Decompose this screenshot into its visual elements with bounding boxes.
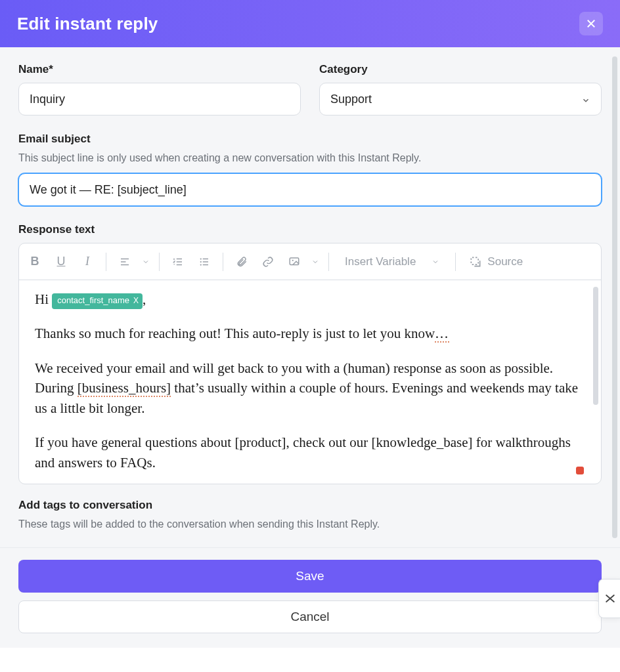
svg-rect-5 [472, 257, 479, 264]
toolbar-separator [106, 253, 106, 271]
attachment-button[interactable] [230, 250, 254, 274]
insert-variable-label: Insert Variable [345, 255, 416, 268]
svg-point-4 [292, 259, 294, 261]
close-icon [585, 18, 597, 30]
ordered-list-icon [172, 256, 184, 268]
toolbar-separator [455, 253, 456, 271]
image-button[interactable] [282, 250, 306, 274]
toolbar-separator [328, 253, 329, 271]
grammarly-icon[interactable] [576, 467, 584, 474]
align-dropdown[interactable] [139, 250, 152, 274]
variable-chip[interactable]: contact_first_nameX [52, 293, 143, 309]
subject-label: Email subject [18, 133, 602, 146]
category-label: Category [319, 63, 602, 76]
tags-helper: These tags will be added to the conversa… [18, 518, 602, 530]
unordered-list-icon [198, 256, 210, 268]
underline-button[interactable]: U [49, 250, 73, 274]
help-widget-icon[interactable] [598, 579, 620, 618]
link-button[interactable] [256, 250, 280, 274]
subject-input[interactable] [18, 173, 602, 206]
source-label: Source [487, 255, 523, 268]
save-button[interactable]: Save [18, 560, 602, 593]
italic-button[interactable]: I [76, 250, 99, 274]
source-button[interactable]: Source [462, 250, 529, 274]
category-select[interactable]: Support [319, 83, 602, 116]
name-input[interactable] [18, 83, 301, 116]
image-icon [288, 256, 300, 268]
modal-header: Edit instant reply [0, 0, 620, 47]
ordered-list-button[interactable] [166, 250, 190, 274]
modal-footer: Save Cancel [0, 547, 620, 648]
editor-toolbar: B U I [19, 243, 601, 280]
align-icon [119, 256, 131, 268]
chevron-down-icon [311, 258, 319, 266]
svg-point-2 [200, 264, 202, 265]
svg-point-0 [200, 258, 202, 259]
italic-icon: I [85, 255, 89, 268]
editor-text: If you have general questions about [pro… [35, 432, 585, 472]
editor-scrollbar[interactable] [593, 287, 598, 405]
unordered-list-button[interactable] [192, 250, 216, 274]
editor-text: , [143, 291, 146, 307]
category-value: Support [330, 93, 372, 106]
variable-chip-label: contact_first_name [57, 295, 129, 307]
variable-chip-remove-icon[interactable]: X [133, 295, 139, 306]
chevron-down-icon [142, 258, 150, 266]
close-button[interactable] [579, 12, 603, 35]
toolbar-separator [159, 253, 160, 271]
editor-text: Hi [35, 291, 52, 307]
link-icon [262, 256, 274, 268]
editor-content[interactable]: Hi contact_first_nameX, Thanks so much f… [19, 280, 601, 484]
editor-text: … [435, 326, 449, 343]
image-dropdown[interactable] [309, 250, 322, 274]
toolbar-separator [223, 253, 223, 271]
insert-variable-dropdown[interactable]: Insert Variable [336, 250, 449, 274]
response-label: Response text [18, 223, 602, 236]
tags-label: Add tags to conversation [18, 499, 602, 512]
bold-button[interactable]: B [23, 250, 47, 274]
response-editor: B U I [18, 243, 602, 484]
name-label: Name* [18, 63, 301, 76]
align-button[interactable] [113, 250, 137, 274]
editor-text: Thanks so much for reaching out! This au… [35, 326, 435, 341]
modal-title: Edit instant reply [17, 14, 158, 34]
underline-icon: U [57, 255, 66, 268]
modal-body: Name* Category Support Email subject Thi… [0, 47, 620, 547]
cancel-button[interactable]: Cancel [18, 600, 602, 633]
bold-icon: B [31, 255, 39, 268]
svg-point-1 [200, 261, 202, 262]
source-icon [469, 255, 482, 268]
chevron-down-icon [432, 258, 439, 266]
editor-text: [business_hours] [78, 380, 171, 397]
chevron-down-icon [581, 94, 590, 104]
attachment-icon [236, 256, 248, 268]
subject-helper: This subject line is only used when crea… [18, 152, 602, 164]
